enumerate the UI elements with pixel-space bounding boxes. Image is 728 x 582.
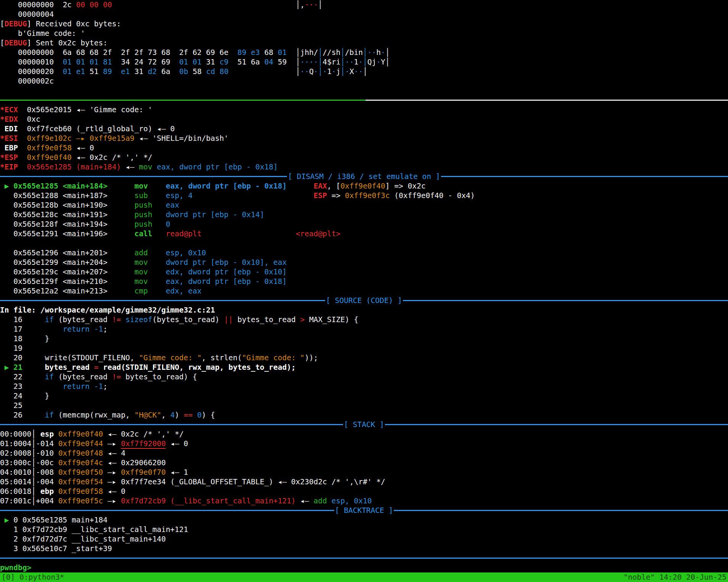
stack-line: 00:0000│ esp 0xff9e0f40 ◂— 0x2c /* ',' *… — [0, 429, 728, 439]
separator-line — [0, 558, 728, 559]
register-line-edi: EDI 0xf7fceb60 (_rtld_global_ro) ◂— 0 — [0, 124, 728, 134]
source-line: 25 — [0, 401, 728, 410]
separator-line — [385, 424, 728, 425]
separator-line — [403, 300, 728, 301]
disasm-line: 0x565e1291 <main+196> call read@plt <rea… — [0, 229, 728, 239]
tmux-status-clock: "noble" 14:20 20-Jun-25 — [623, 572, 726, 582]
register-line-ebp: EBP 0xff9e0f58 ◂— 0 — [0, 143, 728, 153]
register-line-ecx: *ECX 0x565e2015 ◂— 'Gimme code: ' — [0, 105, 728, 114]
disasm-section-header: [ DISASM / i386 / set emulate on ] — [0, 172, 728, 181]
section-title: [ DISASM / i386 / set emulate on ] — [287, 172, 441, 181]
debug-payload-line: b'Gimme code: ' — [0, 29, 728, 38]
tmux-status-bar: [0] 0:python3* "noble" 14:20 20-Jun-25 — [0, 572, 728, 582]
blank-line — [0, 239, 728, 248]
backtrace-current-line: ▶ 0 0x565e1285 main+184 — [0, 515, 728, 525]
register-line-esp: *ESP 0xff9e0f40 ◂— 0x2c /* ',' */ — [0, 153, 728, 162]
stack-line: 05:0014│-004 0xff9e0f54 —▸ 0xf7f7ee34 (_… — [0, 477, 728, 487]
hexdump-line: 00000010 01 01 01 81 34 24 72 69 01 01 3… — [0, 57, 728, 67]
separator-line — [0, 100, 366, 101]
blank-line — [0, 86, 728, 95]
prompt-line: pwndbg> — [0, 563, 728, 572]
stack-line: 04:0010│-008 0xff9e0f50 —▸ 0xff9e0f70 ◂—… — [0, 468, 728, 477]
separator-line — [0, 300, 325, 301]
stack-line: 02:0008│-010 0xff9e0f48 ◂— 4 — [0, 448, 728, 458]
context-bottom-separator — [0, 553, 728, 563]
context-top-separator — [0, 95, 728, 105]
separator-line — [0, 510, 334, 511]
register-line-eip: *EIP 0x565e1285 (main+184) ◂— mov eax, d… — [0, 162, 728, 172]
hexdump-line: 00000000 2c 00 00 00 │,···│ — [0, 0, 728, 10]
source-line: 18 } — [0, 334, 728, 343]
backtrace-line: 1 0xf7d72cb9 __libc_start_call_main+121 — [0, 525, 728, 534]
register-line-edx: *EDX 0xc — [0, 114, 728, 124]
stack-line: 01:0004│-014 0xff9e0f44 —▸ 0xf7f92000 ◂—… — [0, 439, 728, 448]
disasm-line: 0x565e12a2 <main+213> cmp edx, eax — [0, 286, 728, 296]
backtrace-section-header: [ BACKTRACE ] — [0, 506, 728, 515]
source-file-line: In file: /workspace/example/gimme32/gimm… — [0, 305, 728, 315]
section-title: [ STACK ] — [343, 420, 385, 429]
register-line-esi: *ESI 0xff9e102c —▸ 0xff9e15a9 ◂— 'SHELL=… — [0, 134, 728, 143]
disasm-line: 0x565e1296 <main+201> add esp, 0x10 — [0, 248, 728, 258]
backtrace-line: 3 0x565e10c7 _start+39 — [0, 544, 728, 553]
disasm-line: 0x565e129f <main+210> mov eax, dword ptr… — [0, 277, 728, 286]
stack-section-header: [ STACK ] — [0, 420, 728, 429]
disasm-line: 0x565e129c <main+207> mov edx, dword ptr… — [0, 267, 728, 277]
stack-line: 06:0018│ ebp 0xff9e0f58 ◂— 0 — [0, 487, 728, 496]
separator-line — [441, 176, 728, 177]
disasm-line: 0x565e1288 <main+187> sub esp, 4 ESP => … — [0, 191, 728, 200]
source-line: 16 if (bytes_read != sizeof(bytes_to_rea… — [0, 315, 728, 324]
disasm-current-line: ▶ 0x565e1285 <main+184> mov eax, dword p… — [0, 181, 728, 191]
stack-line: 03:000c│-00c 0xff9e0f4c ◂— 0x29066200 — [0, 458, 728, 468]
debug-line: [DEBUG] Received 0xc bytes: — [0, 19, 728, 29]
source-current-line: ▶ 21 bytes_read = read(STDIN_FILENO, rwx… — [0, 363, 728, 372]
disasm-line: 0x565e128f <main+194> push 0 — [0, 219, 728, 229]
separator-line — [366, 100, 728, 101]
separator-line — [0, 176, 287, 177]
hexdump-line: 00000020 01 e1 51 89 e1 31 d2 6a 0b 58 c… — [0, 67, 728, 76]
section-title: [ SOURCE (CODE) ] — [325, 296, 403, 305]
source-line: 26 if (memcmp(rwx_map, "H@CK", 4) == 0) … — [0, 410, 728, 420]
disasm-line: 0x565e128b <main+190> push eax — [0, 200, 728, 210]
separator-line — [0, 424, 343, 425]
backtrace-line: 2 0xf7d72d7c __libc_start_main+140 — [0, 534, 728, 544]
debug-line: [DEBUG] Sent 0x2c bytes: — [0, 38, 728, 48]
source-line: 24 } — [0, 391, 728, 401]
section-title: [ BACKTRACE ] — [334, 506, 394, 515]
source-line: 23 return -1; — [0, 382, 728, 391]
separator-line — [394, 510, 728, 511]
tmux-window-item[interactable]: [0] 0:python3* — [2, 572, 64, 582]
hexdump-line: 00000004 — [0, 10, 728, 19]
source-line: 19 — [0, 343, 728, 353]
source-line: 17 return -1; — [0, 324, 728, 334]
source-section-header: [ SOURCE (CODE) ] — [0, 296, 728, 305]
terminal-screen[interactable]: 00000000 2c 00 00 00 │,···│ 00000004[DEB… — [0, 0, 728, 582]
hexdump-line: 00000000 6a 68 68 2f 2f 2f 73 68 2f 62 6… — [0, 48, 728, 57]
hexdump-line: 0000002c — [0, 76, 728, 86]
disasm-line: 0x565e128c <main+191> push dword ptr [eb… — [0, 210, 728, 219]
source-line: 22 if (bytes_read != bytes_to_read) { — [0, 372, 728, 382]
stack-line: 07:001c│+004 0xff9e0f5c —▸ 0xf7d72cb9 (_… — [0, 496, 728, 506]
disasm-line: 0x565e1299 <main+204> mov dword ptr [ebp… — [0, 258, 728, 267]
terminal-output: 00000000 2c 00 00 00 │,···│ 00000004[DEB… — [0, 0, 728, 572]
source-line: 20 write(STDOUT_FILENO, "Gimme code: ", … — [0, 353, 728, 363]
